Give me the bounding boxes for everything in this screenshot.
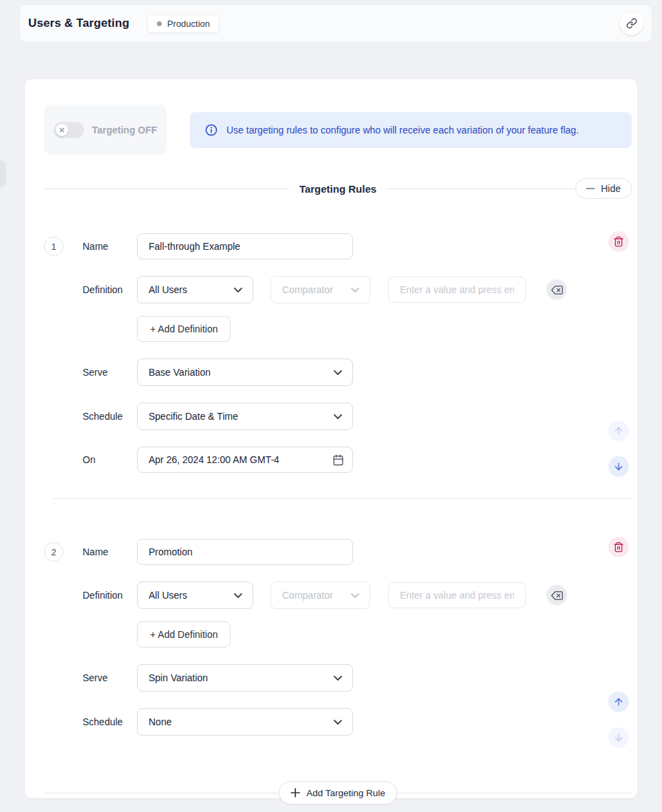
calendar-icon [332, 454, 344, 466]
rule-1-name-row: 1 Name [44, 233, 632, 259]
backspace-icon [551, 284, 563, 296]
arrow-down-icon [613, 461, 624, 472]
info-icon [205, 124, 217, 136]
rule-1-serve-row: Serve Base Variation [44, 359, 632, 386]
rule-1-serve-select[interactable]: Base Variation [137, 359, 353, 386]
rule-2-value-input[interactable] [388, 582, 526, 608]
move-rule-down-button[interactable] [608, 456, 629, 477]
chevron-down-icon [334, 370, 342, 375]
environment-badge[interactable]: Production [147, 14, 220, 33]
add-rule-row: Add Targeting Rule [44, 781, 632, 804]
rule-2-clear-definition-button[interactable] [546, 585, 567, 606]
rule-divider [52, 498, 632, 499]
info-banner-text: Use targeting rules to configure who wil… [226, 125, 579, 136]
arrow-up-icon [613, 425, 624, 436]
minus-icon [586, 188, 595, 189]
rule-2-comparator-select[interactable]: Comparator [270, 581, 370, 609]
hide-button-label: Hide [601, 183, 621, 194]
rule-2-schedule-row: Schedule None [44, 708, 632, 736]
targeting-rules-header: Targeting Rules Hide [44, 178, 632, 199]
chevron-down-icon [234, 288, 242, 292]
rule-1-schedule-select[interactable]: Specific Date & Time [137, 403, 353, 430]
comparator-select-placeholder: Comparator [282, 284, 333, 295]
rule-2-serve-row: Serve Spin Variation [44, 664, 632, 692]
definition-label: Definition [83, 284, 137, 295]
audience-select-value: All Users [149, 284, 187, 295]
serve-select-value: Base Variation [149, 367, 211, 378]
trash-icon [613, 236, 624, 247]
schedule-label: Schedule [83, 411, 137, 422]
rule-2-name-input[interactable] [137, 539, 353, 565]
targeting-toggle-card: Targeting OFF [44, 105, 167, 155]
chevron-down-icon [351, 593, 359, 598]
environment-badge-label: Production [167, 19, 210, 29]
delete-rule-1-button[interactable] [608, 231, 629, 252]
move-rule-up-button[interactable] [608, 692, 629, 712]
rule-2-audience-select[interactable]: All Users [137, 581, 253, 609]
hide-rules-button[interactable]: Hide [575, 178, 632, 199]
environment-status-dot [157, 21, 162, 26]
serve-select-value: Spin Variation [149, 672, 208, 683]
chevron-down-icon [334, 720, 342, 725]
arrow-up-icon [613, 696, 624, 707]
rule-1-date-input[interactable]: Apr 26, 2024 12:00 AM GMT-4 [137, 447, 353, 473]
rule-1-comparator-select[interactable]: Comparator [270, 276, 370, 303]
toggle-off-x-icon [59, 127, 65, 133]
rule-2-name-row: 2 Name [44, 539, 632, 565]
info-banner: Use targeting rules to configure who wil… [190, 112, 632, 148]
on-label: On [83, 454, 137, 465]
chevron-down-icon [351, 288, 359, 292]
serve-label: Serve [83, 367, 137, 378]
rule-2-serve-select[interactable]: Spin Variation [137, 664, 353, 692]
rule-2-definition-row: Definition All Users Comparator [44, 581, 632, 609]
page-title: Users & Targeting [28, 17, 129, 30]
section-divider-left [44, 189, 290, 189]
add-definition-button[interactable]: + Add Definition [137, 621, 231, 648]
chevron-down-icon [234, 593, 242, 598]
serve-label: Serve [83, 672, 137, 683]
targeting-rule-1: 1 Name Definition All Users Comparator [44, 233, 632, 473]
targeting-toggle-label: Targeting OFF [92, 125, 158, 136]
drawer-handle[interactable] [0, 160, 6, 188]
rule-1-clear-definition-button[interactable] [546, 279, 567, 300]
trash-icon [613, 542, 624, 553]
add-definition-button[interactable]: + Add Definition [137, 316, 231, 342]
top-bar: Users & Targeting Production [19, 4, 652, 43]
add-targeting-rule-label: Add Targeting Rule [306, 788, 385, 798]
rule-1-value-input[interactable] [388, 277, 526, 303]
schedule-select-value: Specific Date & Time [149, 411, 238, 422]
rule-1-reorder-controls [608, 420, 629, 477]
copy-link-button[interactable] [620, 12, 643, 35]
name-label: Name [83, 241, 137, 252]
rule-2-schedule-select[interactable]: None [137, 708, 353, 736]
definition-label: Definition [83, 590, 137, 601]
backspace-icon [551, 590, 563, 601]
rule-1-on-row: On Apr 26, 2024 12:00 AM GMT-4 [44, 447, 632, 473]
rule-1-add-definition-row: + Add Definition [44, 316, 632, 342]
rule-2-reorder-controls [608, 692, 629, 748]
chevron-down-icon [334, 414, 342, 419]
audience-select-value: All Users [149, 590, 187, 601]
chevron-down-icon [334, 676, 342, 681]
delete-rule-2-button[interactable] [608, 537, 629, 557]
targeting-rule-2: 2 Name Definition All Users Comparator [44, 539, 632, 736]
link-icon [626, 18, 637, 29]
rule-1-name-input[interactable] [137, 233, 353, 259]
schedule-select-value: None [149, 716, 171, 727]
targeting-toggle[interactable] [54, 122, 84, 138]
arrow-down-icon [613, 732, 624, 743]
rule-2-add-definition-row: + Add Definition [44, 621, 632, 648]
move-rule-up-button [608, 420, 629, 441]
rule-1-schedule-row: Schedule Specific Date & Time [44, 403, 632, 430]
section-title: Targeting Rules [299, 183, 376, 195]
targeting-panel: Targeting OFF Use targeting rules to con… [25, 79, 637, 798]
plus-icon [290, 788, 300, 798]
date-value: Apr 26, 2024 12:00 AM GMT-4 [149, 454, 279, 465]
comparator-select-placeholder: Comparator [282, 590, 333, 601]
rule-number-badge: 1 [44, 237, 63, 256]
rule-1-definition-row: Definition All Users Comparator [44, 276, 632, 303]
rule-1-audience-select[interactable]: All Users [137, 276, 253, 303]
add-targeting-rule-button[interactable]: Add Targeting Rule [279, 781, 397, 804]
rule-number-badge: 2 [44, 542, 63, 562]
move-rule-down-button [608, 727, 629, 748]
